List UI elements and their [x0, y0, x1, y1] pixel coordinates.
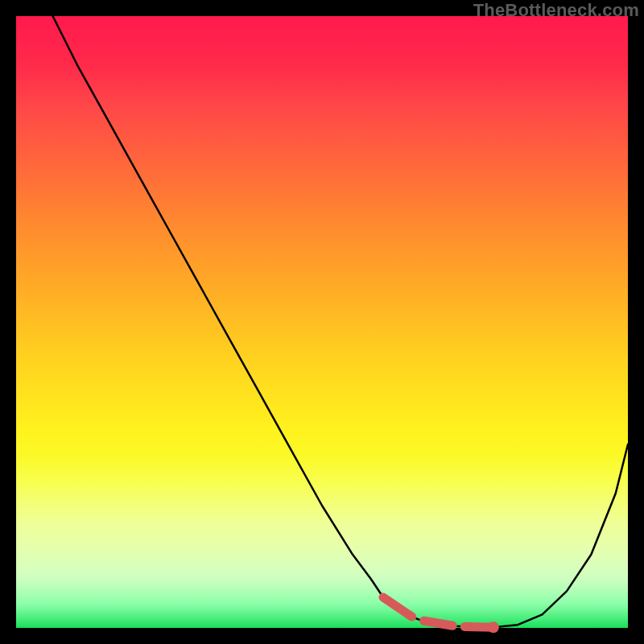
range-dash-2: [424, 621, 453, 625]
marker-dot: [488, 621, 499, 633]
curve-path: [53, 16, 628, 627]
range-dash-1: [383, 597, 412, 617]
chart-svg: [16, 16, 628, 628]
plot-area: [16, 16, 628, 628]
optimal-range-marker: [383, 597, 499, 633]
chart-stage: TheBottleneck.com: [0, 0, 644, 644]
